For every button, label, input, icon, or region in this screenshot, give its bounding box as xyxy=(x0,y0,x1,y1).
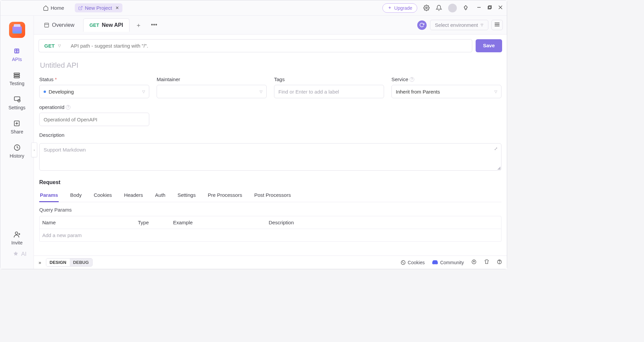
expand-panel-button[interactable]: » xyxy=(39,260,41,265)
sidebar-label: APIs xyxy=(12,57,22,62)
req-tab-headers[interactable]: Headers xyxy=(123,189,144,202)
upgrade-button[interactable]: Upgrade xyxy=(382,3,417,13)
chevron-down-icon: ▽ xyxy=(260,90,262,94)
save-button[interactable]: Save xyxy=(476,39,502,52)
add-param-placeholder: Add a new param xyxy=(42,232,138,238)
sidebar-item-history[interactable]: History xyxy=(10,144,24,159)
req-tab-cookies[interactable]: Cookies xyxy=(93,189,112,202)
cookies-button[interactable]: Cookies xyxy=(400,260,425,265)
settings-icon xyxy=(13,96,21,103)
home-icon xyxy=(43,5,49,11)
tab-method-badge: GET xyxy=(90,22,99,28)
operation-id-input[interactable] xyxy=(39,113,149,126)
maximize-icon[interactable] xyxy=(487,5,492,11)
method-select[interactable]: GET ▽ xyxy=(39,39,66,52)
label-operation-id: operationId ? xyxy=(39,104,149,110)
svg-rect-14 xyxy=(14,75,20,76)
req-tab-post[interactable]: Post Processors xyxy=(254,189,291,202)
req-tab-params[interactable]: Params xyxy=(39,189,59,202)
params-table-header: Name Type Example Description xyxy=(40,216,501,229)
tab-overview[interactable]: Overview xyxy=(38,19,80,32)
project-tab[interactable]: New Project ✕ xyxy=(75,3,122,12)
refresh-button[interactable] xyxy=(417,20,427,30)
testing-icon xyxy=(13,71,20,79)
req-tab-settings[interactable]: Settings xyxy=(177,189,196,202)
app-window: Home New Project ✕ Upgrade xyxy=(0,0,507,269)
environment-select[interactable]: Select environment ▽ xyxy=(430,20,488,30)
tab-more-button[interactable]: ••• xyxy=(148,19,161,31)
label-maintainer: Maintainer xyxy=(157,76,267,82)
env-label: Select environment xyxy=(435,22,478,28)
close-window-icon[interactable] xyxy=(498,5,503,11)
apis-icon xyxy=(13,47,20,55)
history-icon xyxy=(13,144,21,151)
watermark: AI xyxy=(12,251,26,258)
add-tab-button[interactable]: ＋ xyxy=(132,18,145,32)
svg-point-28 xyxy=(401,261,405,265)
help-icon[interactable] xyxy=(497,259,502,266)
svg-rect-16 xyxy=(14,97,20,101)
sidebar-item-apis[interactable]: APIs xyxy=(12,47,22,62)
body: APIs Testing Settings Share History In xyxy=(0,16,507,269)
community-button[interactable]: Community xyxy=(432,260,464,266)
tabs-row: Overview GET New API ＋ ••• Select enviro… xyxy=(34,16,507,35)
tab-label: New API xyxy=(102,22,123,28)
menu-button[interactable] xyxy=(491,20,503,30)
sparkle-icon xyxy=(387,6,392,10)
shirt-icon[interactable] xyxy=(484,259,489,266)
maintainer-select[interactable]: ▽ xyxy=(157,85,267,98)
resize-handle[interactable] xyxy=(497,166,500,170)
content: Untitled API Status* Developing ▽ Ma xyxy=(34,52,507,255)
tags-input[interactable]: Find or Enter to add a label xyxy=(274,85,384,98)
expand-icon[interactable]: ⤢ xyxy=(494,146,498,151)
app-logo[interactable] xyxy=(9,22,25,38)
sidebar-item-settings[interactable]: Settings xyxy=(8,96,25,110)
service-select[interactable]: Inherit from Parents ▽ xyxy=(391,85,501,98)
bell-icon[interactable] xyxy=(436,5,442,11)
avatar[interactable] xyxy=(448,4,457,12)
sidebar-label: Invite xyxy=(11,240,22,245)
req-tab-body[interactable]: Body xyxy=(69,189,82,202)
overview-icon xyxy=(44,22,49,28)
info-icon[interactable]: ? xyxy=(66,105,70,110)
svg-point-11 xyxy=(15,49,16,50)
path-input[interactable] xyxy=(66,39,472,52)
upload-icon[interactable] xyxy=(471,259,477,266)
description-placeholder: Support Markdown xyxy=(44,147,86,153)
svg-rect-23 xyxy=(45,23,49,27)
service-value: Inherit from Parents xyxy=(396,89,440,95)
params-table: Name Type Example Description Add a new … xyxy=(39,216,501,242)
info-icon[interactable]: ? xyxy=(410,77,414,82)
mode-design[interactable]: DESIGN xyxy=(46,259,70,266)
col-description: Description xyxy=(269,220,498,225)
sidebar-label: Settings xyxy=(8,105,25,110)
mode-debug[interactable]: DEBUG xyxy=(70,259,92,266)
tab-new-api[interactable]: GET New API xyxy=(83,18,129,32)
col-name: Name xyxy=(42,220,138,225)
api-name-input[interactable]: Untitled API xyxy=(39,59,501,76)
gear-icon[interactable] xyxy=(423,5,430,11)
pin-icon[interactable] xyxy=(463,5,469,11)
cookie-icon xyxy=(400,260,406,265)
titlebar-left: Home New Project ✕ xyxy=(40,3,122,13)
status-select[interactable]: Developing ▽ xyxy=(39,85,149,98)
req-tab-auth[interactable]: Auth xyxy=(154,189,166,202)
sidebar-expand-toggle[interactable]: › xyxy=(31,142,37,157)
method-label: GET xyxy=(44,43,55,49)
sidebar-item-invite[interactable]: Invite xyxy=(11,231,22,245)
req-tab-pre[interactable]: Pre Processors xyxy=(207,189,243,202)
titlebar: Home New Project ✕ Upgrade xyxy=(0,0,507,16)
home-tab[interactable]: Home xyxy=(40,3,67,13)
close-icon[interactable]: ✕ xyxy=(115,5,119,10)
label-tags: Tags xyxy=(274,76,384,82)
description-textarea[interactable]: Support Markdown ⤢ xyxy=(39,143,501,171)
minimize-icon[interactable] xyxy=(477,5,481,11)
cookies-label: Cookies xyxy=(408,260,425,265)
invite-icon xyxy=(13,231,21,238)
sidebar-item-share[interactable]: Share xyxy=(11,120,23,134)
label-service: Service ? xyxy=(391,76,501,82)
field-operation-id: operationId ? xyxy=(39,104,149,126)
col-example: Example xyxy=(173,220,269,225)
params-add-row[interactable]: Add a new param xyxy=(40,229,501,241)
sidebar-item-testing[interactable]: Testing xyxy=(9,71,24,86)
